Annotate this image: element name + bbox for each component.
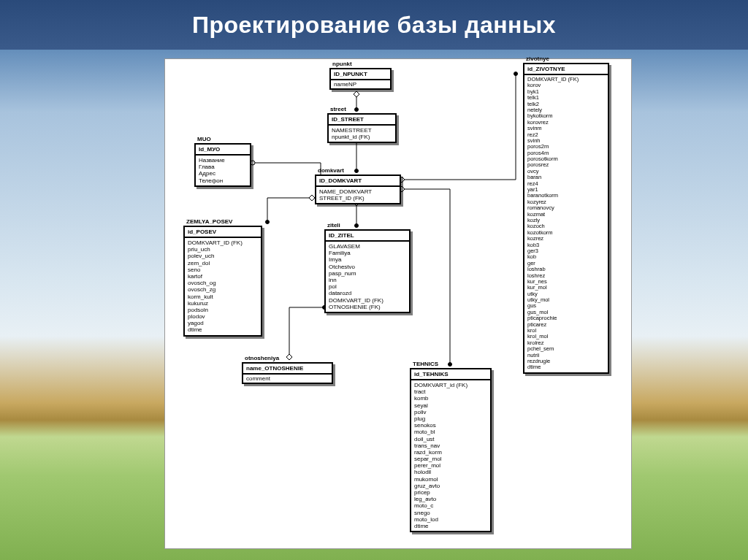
entity-zivotnye: zivotnye id_ZIVOTNYE DOMKVART_ID (FK) ko… [523, 63, 609, 374]
attr-field: nameNP [331, 80, 390, 88]
key-field: id_ZIVOTNYE [524, 64, 608, 75]
page-title: Проектирование базы данных [192, 12, 556, 39]
key-field: id_POSEV [185, 227, 261, 238]
attr-block: NAMESTREET npunkt_id (FK) [329, 126, 395, 142]
entity-title: TEHNICS [413, 361, 438, 367]
entity-muo: MUO Id_МУО Название Глава Адрес Телефон [194, 143, 251, 187]
entity-title: ZEMLYA_POSEV [186, 218, 232, 225]
entity-title: domkvart [318, 167, 344, 174]
entity-tehnics: TEHNICS id_TEHNIKS DOMKVART_id (FK) trac… [410, 368, 492, 532]
svg-marker-1 [354, 91, 359, 97]
entity-title: street [330, 106, 346, 112]
key-field: ID_STREET [329, 115, 395, 126]
entity-street: street ID_STREET NAMESTREET npunkt_id (F… [327, 113, 397, 143]
attr-block: DOMKVART_id (FK) tract komb seyal poliv … [411, 380, 490, 531]
svg-marker-12 [309, 195, 315, 201]
key-field: ID_ZITEL [326, 231, 409, 242]
svg-point-2 [355, 108, 359, 112]
attr-block: Название Глава Адрес Телефон [196, 156, 250, 185]
svg-marker-28 [286, 354, 292, 360]
entity-title: ziteli [327, 222, 340, 229]
entity-title: MUO [197, 136, 211, 142]
attr-field: comment [243, 375, 332, 383]
entity-title: otnosheniya [245, 355, 279, 361]
header-bar: Проектирование базы данных [0, 0, 748, 50]
entity-npunkt: npunkt ID_NPUNKT nameNP [329, 68, 392, 90]
attr-block: GLAVASEM Familiya Imya Otchestvo pasp_nu… [326, 242, 409, 312]
entity-otnosheniya: otnosheniya name_OTNOSHENIE comment [242, 362, 333, 384]
key-field: ID_DOMKVART [316, 176, 400, 187]
svg-point-16 [355, 224, 359, 228]
attr-block: DOMKVART_ID (FK) priu_uch polev_uch zem_… [185, 238, 261, 335]
key-field: Id_МУО [196, 145, 250, 156]
svg-point-24 [514, 72, 518, 76]
key-field: name_OTNOSHENIE [243, 364, 332, 375]
erd-diagram: npunkt ID_NPUNKT nameNP street ID_STREET… [164, 58, 632, 549]
entity-zemlya-posev: ZEMLYA_POSEV id_POSEV DOMKVART_ID (FK) p… [183, 226, 262, 337]
svg-point-20 [449, 363, 452, 367]
attr-block: NAME_DOMKVART STREET_ID (FK) [316, 187, 400, 203]
key-field: ID_NPUNKT [331, 69, 390, 80]
svg-point-13 [266, 220, 270, 224]
entity-title: npunkt [332, 61, 352, 67]
entity-domkvart: domkvart ID_DOMKVART NAME_DOMKVART STREE… [315, 174, 401, 204]
key-field: id_TEHNIKS [411, 369, 490, 380]
svg-point-5 [355, 169, 359, 173]
attr-block: DOMKVART_ID (FK) korov byk1 telk1 telk2 … [524, 75, 608, 372]
entity-ziteli: ziteli ID_ZITEL GLAVASEM Familiya Imya O… [324, 229, 411, 313]
entity-title: zivotnye [526, 55, 549, 62]
